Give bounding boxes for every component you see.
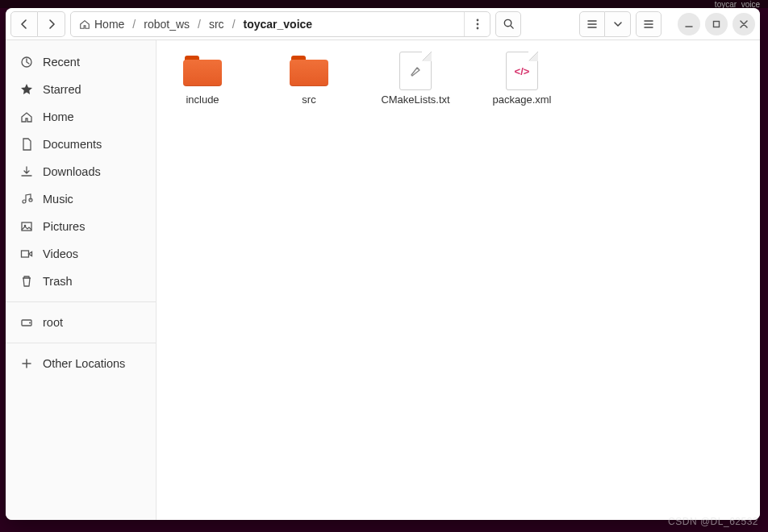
path-home-label: Home (94, 18, 124, 31)
drive-icon (20, 316, 33, 329)
kebab-icon (476, 19, 479, 30)
svg-point-1 (476, 23, 478, 25)
minimize-icon (685, 20, 693, 28)
home-icon (79, 19, 90, 30)
code-glyph-icon: </> (515, 65, 530, 77)
sidebar-other-locations[interactable]: Other Locations (6, 350, 156, 377)
minimize-button[interactable] (678, 13, 700, 35)
path-seg-robot-ws[interactable]: robot_ws (136, 12, 198, 36)
svg-rect-8 (22, 251, 29, 257)
sidebar-item-documents[interactable]: Documents (6, 131, 156, 158)
file-label: include (186, 94, 219, 106)
home-icon (20, 110, 33, 123)
sidebar-item-label: Starred (43, 83, 81, 96)
chevron-down-icon (614, 20, 622, 28)
sidebar-item-label: Pictures (43, 220, 85, 233)
path-bar: Home / robot_ws / src / toycar_voice (70, 11, 490, 37)
sidebar-item-label: Documents (43, 138, 102, 151)
path-seg-src[interactable]: src (201, 12, 232, 36)
sidebar-item-videos[interactable]: Videos (6, 240, 156, 268)
file-label: package.xml (493, 94, 552, 106)
build-icon (408, 64, 423, 78)
search-button[interactable] (495, 11, 521, 37)
file-label: src (302, 94, 315, 106)
star-icon (20, 83, 33, 96)
icon-grid: include src CMakeLists.txt (166, 53, 750, 106)
sidebar-item-downloads[interactable]: Downloads (6, 158, 156, 185)
svg-point-10 (29, 322, 31, 324)
folder-icon (183, 56, 222, 86)
file-label: CMakeLists.txt (381, 94, 449, 106)
sidebar-item-label: Downloads (43, 165, 101, 178)
search-icon (503, 18, 515, 30)
path-home[interactable]: Home (71, 12, 132, 36)
path-menu-button[interactable] (464, 12, 490, 36)
forward-button[interactable] (38, 11, 65, 37)
nav-buttons (10, 11, 65, 37)
hamburger-menu-button[interactable] (636, 11, 662, 37)
text-file-icon (399, 52, 432, 90)
sidebar-mount-root[interactable]: root (6, 309, 156, 336)
svg-rect-4 (714, 21, 720, 27)
svg-point-2 (476, 27, 478, 29)
close-button[interactable] (733, 13, 755, 35)
sidebar-item-music[interactable]: Music (6, 185, 156, 213)
sidebar-item-label: Trash (43, 275, 73, 288)
close-icon (740, 20, 748, 28)
list-view-button[interactable] (579, 11, 605, 37)
chevron-left-icon (19, 19, 29, 29)
sidebar-item-label: root (43, 316, 63, 329)
desktop-topbar-fragment: toycar_voice (715, 0, 760, 8)
watermark: CSDN @DL_62532 (668, 516, 758, 527)
maximize-icon (712, 20, 720, 28)
folder-include[interactable]: include (166, 53, 239, 106)
clock-icon (20, 56, 33, 69)
view-switch (579, 11, 631, 37)
maximize-button[interactable] (705, 13, 728, 35)
titlebar: Home / robot_ws / src / toycar_voice (6, 8, 760, 40)
file-pane[interactable]: include src CMakeLists.txt (157, 40, 760, 520)
sidebar-item-recent[interactable]: Recent (6, 48, 156, 76)
sidebar-item-label: Other Locations (43, 357, 125, 370)
file-package-xml[interactable]: </> package.xml (486, 53, 558, 106)
folder-icon (290, 56, 328, 86)
list-icon (586, 19, 598, 30)
sidebar-item-label: Videos (43, 247, 78, 260)
sidebar-item-label: Home (43, 110, 74, 123)
path-seg-current[interactable]: toycar_voice (236, 12, 321, 36)
view-dropdown-button[interactable] (605, 11, 631, 37)
download-icon (20, 165, 33, 178)
sidebar-item-trash[interactable]: Trash (6, 268, 156, 295)
document-icon (20, 138, 33, 151)
xml-file-icon: </> (506, 52, 538, 90)
sidebar-item-label: Recent (43, 56, 80, 69)
trash-icon (20, 275, 33, 288)
image-icon (20, 220, 33, 233)
music-icon (20, 193, 33, 206)
sidebar: Recent Starred Home Documents Downloads … (6, 40, 157, 520)
file-cmakelists[interactable]: CMakeLists.txt (379, 53, 452, 106)
svg-point-3 (504, 19, 511, 26)
back-button[interactable] (10, 11, 38, 37)
files-window: Home / robot_ws / src / toycar_voice (6, 8, 760, 520)
hamburger-icon (643, 19, 654, 30)
folder-src[interactable]: src (273, 53, 345, 106)
video-icon (20, 247, 33, 260)
svg-rect-6 (22, 222, 31, 231)
plus-icon (20, 357, 33, 370)
sidebar-item-pictures[interactable]: Pictures (6, 213, 156, 240)
chevron-right-icon (47, 19, 56, 29)
sidebar-item-home[interactable]: Home (6, 103, 156, 131)
svg-point-0 (476, 19, 478, 21)
sidebar-item-label: Music (43, 193, 73, 206)
sidebar-item-starred[interactable]: Starred (6, 76, 156, 103)
